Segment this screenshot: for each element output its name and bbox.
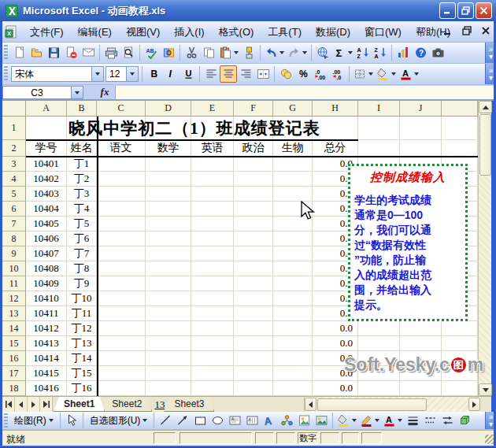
cell[interactable] xyxy=(234,157,273,172)
toolbar-drag-handle[interactable] xyxy=(4,413,8,428)
chevron-down-icon[interactable] xyxy=(234,51,239,54)
name-box-dropdown-icon[interactable] xyxy=(72,86,83,99)
row-header[interactable]: 10 xyxy=(2,261,26,276)
font-color-button[interactable]: A xyxy=(381,412,404,429)
hyperlink-button[interactable] xyxy=(314,44,331,61)
borders-button[interactable] xyxy=(352,65,375,83)
cell[interactable] xyxy=(97,381,146,396)
cell[interactable] xyxy=(97,217,146,231)
menu-item-i[interactable]: 插入(I) xyxy=(167,24,211,40)
cell[interactable] xyxy=(234,187,273,202)
cell[interactable] xyxy=(442,321,478,336)
row-header[interactable]: 11 xyxy=(2,276,26,291)
line-style-button[interactable] xyxy=(404,412,421,429)
wordart-button[interactable]: A xyxy=(261,412,278,429)
align-right-button[interactable] xyxy=(237,65,254,83)
row-header[interactable]: 16 xyxy=(2,351,26,366)
cell[interactable]: 丁5 xyxy=(67,217,97,231)
dash-style-button[interactable] xyxy=(421,412,439,429)
cell[interactable] xyxy=(358,336,400,351)
column-header-G[interactable]: G xyxy=(273,101,313,117)
cell[interactable]: 丁11 xyxy=(67,306,97,321)
cell[interactable] xyxy=(234,306,273,321)
menu-item-d[interactable]: 数据(D) xyxy=(309,24,357,40)
cell[interactable] xyxy=(234,351,273,366)
cell[interactable] xyxy=(146,202,191,217)
cell[interactable] xyxy=(191,157,234,172)
chevron-down-icon[interactable] xyxy=(368,72,373,76)
column-header-F[interactable]: F xyxy=(234,101,273,117)
cell[interactable] xyxy=(273,172,313,187)
cell[interactable]: 丁3 xyxy=(67,187,97,202)
doc-close-icon[interactable] xyxy=(480,25,491,36)
table-column-header[interactable]: 英语 xyxy=(191,140,234,157)
help-button[interactable]: ? xyxy=(412,44,429,61)
font-size-combo[interactable]: 12 xyxy=(105,66,139,82)
currency-button[interactable] xyxy=(277,65,294,83)
line-color-button[interactable] xyxy=(358,412,381,429)
cell[interactable]: 丁1 xyxy=(67,157,97,172)
cell[interactable]: 丁12 xyxy=(67,321,97,336)
cell[interactable] xyxy=(400,140,442,157)
cell[interactable]: 10401 xyxy=(26,157,67,172)
cell[interactable] xyxy=(191,276,234,291)
cell[interactable] xyxy=(191,366,234,381)
horizontal-scrollbar[interactable] xyxy=(304,397,480,413)
cell[interactable] xyxy=(191,172,234,187)
bold-button[interactable]: B xyxy=(145,65,162,83)
table-column-header[interactable]: 姓名 xyxy=(67,140,97,157)
row-header[interactable]: 7 xyxy=(2,217,26,231)
menu-item-o[interactable]: 格式(O) xyxy=(212,24,261,40)
name-box[interactable]: C3 xyxy=(2,86,72,99)
cell[interactable] xyxy=(442,336,478,351)
cell[interactable] xyxy=(191,306,234,321)
cell[interactable] xyxy=(273,231,313,246)
cell[interactable]: 0.0 xyxy=(313,321,358,336)
cell[interactable] xyxy=(191,187,234,202)
chevron-down-icon[interactable] xyxy=(414,72,419,76)
font-color-button[interactable]: A xyxy=(398,65,420,83)
email-button[interactable] xyxy=(80,44,97,61)
scroll-right-icon[interactable] xyxy=(468,398,480,411)
cell[interactable] xyxy=(97,187,146,202)
cell[interactable]: 10412 xyxy=(26,321,67,336)
scroll-left-icon[interactable] xyxy=(305,398,316,411)
cell[interactable]: 丁15 xyxy=(67,366,97,381)
cell[interactable] xyxy=(234,217,273,231)
cell[interactable] xyxy=(358,140,400,157)
row-header[interactable]: 17 xyxy=(2,366,26,381)
italic-button[interactable]: I xyxy=(162,65,180,83)
row-header[interactable]: 8 xyxy=(2,231,26,246)
menu-item-f[interactable]: 文件(F) xyxy=(23,24,71,40)
cell[interactable] xyxy=(234,321,273,336)
decrease-decimal-button[interactable]: .00.0 xyxy=(329,65,346,83)
chevron-down-icon[interactable] xyxy=(302,51,307,54)
row-header[interactable]: 13 xyxy=(2,306,26,321)
table-column-header[interactable]: 政治 xyxy=(234,140,273,157)
cell[interactable] xyxy=(234,276,273,291)
column-header-D[interactable]: D xyxy=(146,101,191,117)
table-column-header[interactable]: 语文 xyxy=(97,140,146,157)
arrow-button[interactable] xyxy=(174,412,191,429)
draw-menu-button[interactable]: 绘图(R) xyxy=(10,413,57,429)
print-preview-button[interactable] xyxy=(120,44,137,61)
table-column-header[interactable]: 学号 xyxy=(26,140,67,157)
autosum-button[interactable]: Σ xyxy=(331,44,354,61)
cell[interactable] xyxy=(442,117,478,140)
3d-style-button[interactable] xyxy=(456,412,473,429)
cell[interactable]: 10408 xyxy=(26,261,67,276)
cell[interactable] xyxy=(400,117,442,140)
chevron-down-icon[interactable] xyxy=(352,419,357,422)
cell[interactable]: 0.0 xyxy=(313,381,358,396)
menu-item-v[interactable]: 视图(V) xyxy=(119,24,167,40)
table-column-header[interactable]: 总分 xyxy=(313,140,358,157)
cell[interactable]: 10415 xyxy=(26,366,67,381)
prev-sheet-icon[interactable] xyxy=(15,397,28,412)
cell[interactable] xyxy=(146,351,191,366)
select-all-corner[interactable] xyxy=(2,101,26,117)
cell[interactable] xyxy=(146,172,191,187)
column-header-I[interactable]: I xyxy=(358,101,400,117)
increase-decimal-button[interactable]: .0.00 xyxy=(312,65,329,83)
cell[interactable]: 丁14 xyxy=(67,351,97,366)
cell[interactable] xyxy=(97,336,146,351)
